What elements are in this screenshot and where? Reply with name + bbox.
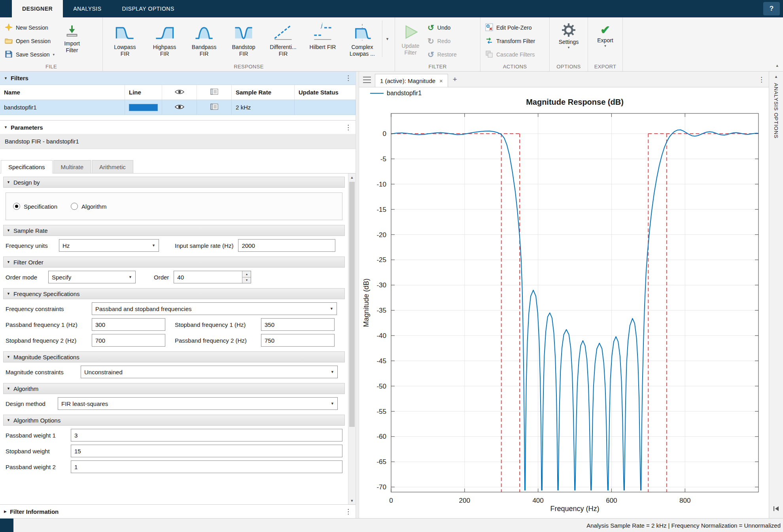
response-gallery-dropdown[interactable]: ▾: [382, 21, 392, 57]
collapse-ribbon-icon[interactable]: ▴: [776, 63, 778, 68]
svg-text:0: 0: [383, 130, 386, 138]
tab-designer[interactable]: DESIGNER: [12, 0, 63, 17]
spin-up-icon[interactable]: ▲: [242, 271, 251, 277]
dock-panel-icon[interactable]: [773, 506, 780, 513]
tab-multirate[interactable]: Multirate: [53, 160, 91, 174]
spin-down-icon[interactable]: ▼: [242, 277, 251, 283]
settings-button[interactable]: Settings ▾: [555, 21, 583, 49]
filters-panel-header[interactable]: ▼ Filters ⋮: [0, 72, 356, 85]
tab-display-options[interactable]: DISPLAY OPTIONS: [112, 0, 185, 17]
radio-algorithm[interactable]: Algorithm: [71, 203, 106, 210]
line-color-swatch[interactable]: [129, 104, 158, 111]
form-scrollbar[interactable]: ▲ ▼: [348, 174, 356, 504]
passband-weight-2-field[interactable]: [71, 460, 342, 473]
eye-icon: [175, 104, 184, 111]
export-button[interactable]: ✔ Export ▾: [593, 21, 617, 48]
magnitude-constraints-dropdown[interactable]: Unconstrained ▼: [81, 366, 338, 378]
plot-tab-magnitude[interactable]: 1 (active): Magnitude ×: [375, 74, 448, 87]
scroll-down-icon[interactable]: ▼: [348, 497, 356, 504]
save-session-dropdown-icon[interactable]: ▾: [53, 53, 55, 57]
order-label: Order: [154, 274, 169, 281]
filters-menu-icon[interactable]: ⋮: [345, 74, 352, 82]
analysis-options-strip[interactable]: ▴ ANALYSIS OPTIONS: [769, 72, 783, 518]
filter-row-bandstopfir1[interactable]: bandstopfir1 2 kHz: [0, 100, 356, 115]
column-header-update-status[interactable]: Update Status: [295, 85, 356, 100]
tab-arithmetic[interactable]: Arithmetic: [92, 160, 133, 174]
help-button[interactable]: ?: [763, 2, 780, 15]
section-sample-rate[interactable]: ▼ Sample Rate: [3, 225, 345, 236]
response-complex-lowpass-button[interactable]: Complex Lowpas ...: [342, 21, 382, 57]
new-session-button[interactable]: New Session: [5, 22, 55, 33]
passband-weight-1-field[interactable]: [71, 429, 342, 441]
ribbon-filler: ▴: [623, 17, 783, 71]
filter-information-header[interactable]: ▶ Filter Information ⋮: [0, 504, 356, 518]
tab-analysis[interactable]: ANALYSIS: [63, 0, 112, 17]
new-plot-tab-button[interactable]: +: [453, 75, 457, 84]
section-frequency-specifications[interactable]: ▼ Frequency Specifications: [3, 288, 345, 299]
edit-pole-zero-button[interactable]: Edit Pole-Zero: [485, 22, 535, 33]
response-bandpass-fir-button[interactable]: Bandpass FIR: [184, 21, 224, 57]
hilbert-response-icon: j: [312, 21, 333, 43]
plot-list-icon[interactable]: [363, 77, 371, 83]
tab-specifications[interactable]: Specifications: [1, 160, 53, 174]
column-header-sample-rate[interactable]: Sample Rate: [232, 85, 295, 100]
order-mode-dropdown[interactable]: Specify ▼: [48, 271, 136, 283]
save-session-button[interactable]: Save Session ▾: [5, 49, 55, 60]
plot-menu-icon[interactable]: ⋮: [758, 75, 765, 84]
export-dropdown-icon[interactable]: ▾: [604, 44, 606, 48]
response-lowpass-fir-button[interactable]: Lowpass FIR: [105, 21, 145, 57]
response-highpass-fir-button[interactable]: Highpass FIR: [145, 21, 184, 57]
cascade-filters-button[interactable]: Cascade Filters: [485, 49, 535, 60]
collapse-parameters-icon[interactable]: ▼: [4, 125, 8, 129]
open-session-button[interactable]: Open Session: [5, 36, 55, 47]
svg-text:j: j: [320, 22, 323, 28]
restore-button[interactable]: ↺ Restore: [427, 49, 457, 60]
order-field[interactable]: [174, 271, 251, 283]
parameters-menu-icon[interactable]: ⋮: [345, 123, 352, 132]
svg-text:-70: -70: [376, 483, 386, 491]
scrollbar-thumb[interactable]: [349, 182, 355, 427]
column-header-visibility[interactable]: [162, 85, 197, 100]
section-algorithm[interactable]: ▼ Algorithm: [3, 383, 345, 394]
radio-specification[interactable]: Specification: [13, 203, 57, 210]
section-magnitude-specifications[interactable]: ▼ Magnitude Specifications: [3, 351, 345, 362]
stopband-weight-field[interactable]: [71, 445, 342, 457]
list-icon: [210, 104, 218, 111]
redo-button[interactable]: ↻ Redo: [427, 36, 457, 47]
update-filter-button[interactable]: Update Filter: [397, 21, 424, 56]
undo-button[interactable]: ↺ Undo: [427, 22, 457, 33]
section-algorithm-options[interactable]: ▼ Algorithm Options: [3, 415, 345, 426]
import-filter-button[interactable]: Import Filter: [60, 21, 84, 53]
response-bandstop-fir-button[interactable]: Bandstop FIR: [224, 21, 263, 57]
column-header-name[interactable]: Name: [0, 85, 125, 100]
design-method-dropdown[interactable]: FIR least-squares ▼: [58, 397, 338, 410]
filter-information-menu-icon[interactable]: ⋮: [345, 507, 352, 516]
passband-frequency-2-field[interactable]: [261, 334, 335, 347]
svg-text:-45: -45: [376, 357, 386, 365]
collapse-strip-icon[interactable]: ▴: [775, 74, 777, 79]
stopband-frequency-1-field[interactable]: [261, 318, 335, 331]
collapse-filters-icon[interactable]: ▼: [4, 76, 8, 80]
section-design-by[interactable]: ▼ Design by: [3, 177, 345, 188]
filter-visibility-toggle[interactable]: [162, 100, 197, 115]
scroll-up-icon[interactable]: ▲: [348, 174, 356, 181]
column-header-annotation[interactable]: [197, 85, 232, 100]
stopband-frequency-2-field[interactable]: [92, 334, 165, 347]
column-header-line[interactable]: Line: [125, 85, 162, 100]
settings-dropdown-icon[interactable]: ▾: [568, 45, 570, 50]
parameters-panel-header[interactable]: ▼ Parameters ⋮: [0, 121, 356, 134]
ribbon-section-file: New Session Open Session Save Session ▾ …: [0, 17, 103, 71]
close-icon[interactable]: ×: [439, 77, 443, 84]
panel-splitter[interactable]: [356, 72, 359, 518]
input-sample-rate-field[interactable]: [238, 239, 335, 252]
transform-filter-button[interactable]: Transform Filter: [485, 36, 535, 47]
response-hilbert-fir-button[interactable]: j Hilbert FIR: [303, 21, 342, 57]
expand-filter-information-icon[interactable]: ▶: [4, 509, 7, 513]
filter-name[interactable]: bandstopfir1: [0, 100, 125, 115]
response-differentiator-fir-button[interactable]: Differenti... FIR: [263, 21, 303, 57]
frequency-constraints-dropdown[interactable]: Passband and stopband frequencies ▼: [92, 302, 337, 315]
filter-annotation-toggle[interactable]: [197, 100, 232, 115]
passband-frequency-1-field[interactable]: [92, 318, 165, 331]
section-filter-order[interactable]: ▼ Filter Order: [3, 257, 345, 268]
frequency-units-dropdown[interactable]: Hz ▼: [59, 239, 159, 252]
